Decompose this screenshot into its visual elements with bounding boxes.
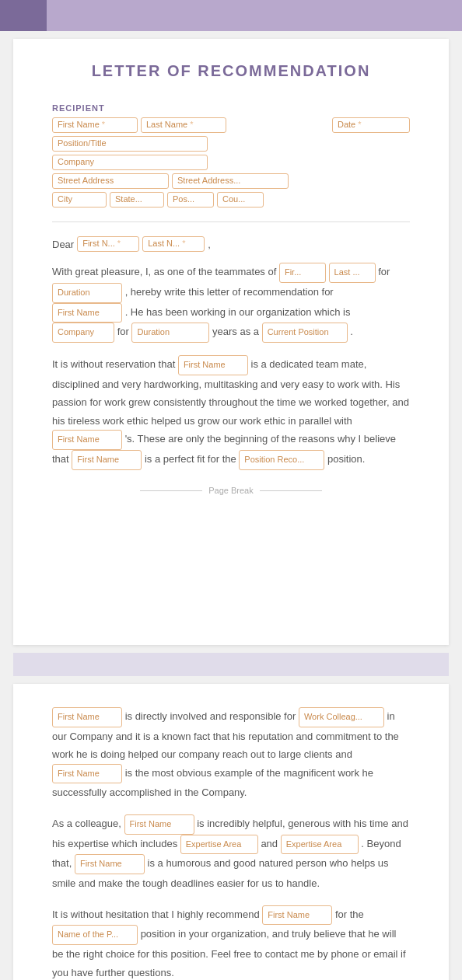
p4-expertise2[interactable]: Expertise Area bbox=[281, 835, 359, 855]
position-row: Position/Title bbox=[52, 136, 410, 152]
dear-row: Dear First N... Last N... , bbox=[52, 236, 410, 252]
street-address2-field[interactable]: Street Address... bbox=[172, 173, 289, 189]
city-state-row: City State... Pos... Cou... bbox=[52, 192, 410, 208]
name-date-row: First Name Last Name Date bbox=[52, 117, 410, 133]
company-field[interactable]: Company bbox=[52, 155, 208, 170]
p2-firstname3[interactable]: First Name bbox=[178, 355, 248, 375]
p5-firstname10[interactable]: First Name bbox=[262, 905, 332, 926]
paragraph-4: As a colleague, First Name is incredibly… bbox=[52, 814, 410, 893]
p2-text4: is a perfect fit for the bbox=[145, 453, 236, 465]
dear-first-field[interactable]: First N... bbox=[77, 236, 139, 252]
street-address1-field[interactable]: Street Address bbox=[52, 173, 169, 189]
p1-company1[interactable]: Company bbox=[52, 323, 114, 343]
p1-firstname1[interactable]: Fir... bbox=[279, 263, 326, 283]
recipient-label: RECIPIENT bbox=[52, 103, 410, 113]
paragraph-2: It is without reservation that First Nam… bbox=[52, 355, 410, 470]
section-divider bbox=[52, 221, 410, 222]
p1-lastname1[interactable]: Last ... bbox=[329, 263, 376, 283]
p2-firstname4[interactable]: First Name bbox=[52, 430, 122, 450]
p2-text1: It is without reservation that bbox=[52, 359, 175, 371]
p1-duration1[interactable]: Duration bbox=[52, 283, 122, 303]
p3-firstname6[interactable]: First Name bbox=[52, 707, 122, 727]
p1-text5: for bbox=[117, 326, 129, 338]
p5-text2: for the bbox=[335, 909, 364, 920]
p1-text2: for bbox=[378, 266, 390, 277]
date-field[interactable]: Date bbox=[332, 117, 410, 133]
p1-text1: With great pleasure, I, as one of the te… bbox=[52, 266, 276, 277]
p1-current-position[interactable]: Current Position bbox=[262, 323, 348, 343]
top-bar-accent bbox=[0, 0, 47, 31]
top-bar bbox=[0, 0, 462, 31]
last-name-field[interactable]: Last Name bbox=[141, 117, 226, 133]
paragraph-5: It is without hesitation that I highly r… bbox=[52, 905, 410, 980]
dear-last-field[interactable]: Last N... bbox=[142, 236, 205, 252]
dear-comma: , bbox=[208, 239, 211, 250]
p3-firstname7[interactable]: First Name bbox=[52, 764, 122, 784]
p2-firstname5[interactable]: First Name bbox=[72, 450, 142, 470]
p4-expertise1[interactable]: Expertise Area bbox=[180, 835, 258, 855]
p2-text5: position. bbox=[327, 453, 365, 465]
document-page-2: First Name is directly involved and resp… bbox=[13, 684, 449, 980]
recipient-section: RECIPIENT First Name Last Name Date Posi… bbox=[52, 103, 410, 208]
street-row: Street Address Street Address... bbox=[52, 173, 410, 189]
p4-text3: and bbox=[261, 838, 278, 849]
p1-duration2[interactable]: Duration bbox=[131, 323, 209, 343]
p5-position-name[interactable]: Name of the P... bbox=[52, 925, 138, 945]
first-name-field[interactable]: First Name bbox=[52, 117, 138, 133]
p4-firstname9[interactable]: First Name bbox=[75, 854, 145, 874]
company-row: Company bbox=[52, 155, 410, 170]
position-title-field[interactable]: Position/Title bbox=[52, 136, 208, 152]
p5-text1: It is without hesitation that I highly r… bbox=[52, 909, 260, 920]
p1-text6: years as a bbox=[212, 326, 259, 338]
page-title: LETTER OF RECOMMENDATION bbox=[52, 62, 410, 80]
page-wrapper: LETTER OF RECOMMENDATION RECIPIENT First… bbox=[0, 0, 462, 980]
p3-text1: is directly involved and responsible for bbox=[125, 710, 296, 722]
p2-position-reco[interactable]: Position Reco... bbox=[239, 450, 324, 470]
p1-text3: , hereby write this letter of recommenda… bbox=[125, 286, 334, 298]
p1-period: . bbox=[350, 326, 353, 338]
page-break-label: Page Break bbox=[52, 486, 410, 495]
p4-text1: As a colleague, bbox=[52, 818, 121, 829]
p1-text4: . He has been working in our organizatio… bbox=[125, 306, 351, 318]
page-break-visual bbox=[13, 653, 449, 676]
p3-work-colleague[interactable]: Work Colleag... bbox=[299, 707, 384, 727]
dear-label: Dear bbox=[52, 239, 74, 250]
paragraph-3: First Name is directly involved and resp… bbox=[52, 707, 410, 802]
paragraph-1: With great pleasure, I, as one of the te… bbox=[52, 263, 410, 343]
p1-firstname2[interactable]: First Name bbox=[52, 303, 122, 323]
country-field[interactable]: Cou... bbox=[217, 192, 264, 208]
postal-field[interactable]: Pos... bbox=[167, 192, 214, 208]
city-field[interactable]: City bbox=[52, 192, 107, 208]
document-page-1: LETTER OF RECOMMENDATION RECIPIENT First… bbox=[13, 39, 449, 645]
p4-firstname8[interactable]: First Name bbox=[124, 814, 194, 835]
state-field[interactable]: State... bbox=[110, 192, 164, 208]
